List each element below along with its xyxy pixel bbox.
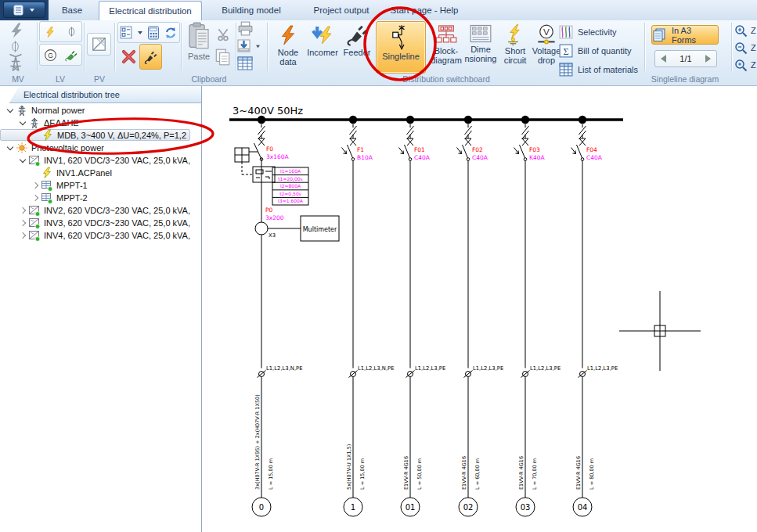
tree-item-label: INV3, 620 VDC/3~230 VAC, 25,0 kVA, (44, 218, 190, 228)
refresh-icon[interactable] (164, 26, 178, 40)
voltage-drop-button[interactable]: V Voltage drop (531, 21, 562, 74)
sun-icon (16, 142, 28, 154)
tree-item-deddie[interactable]: ΔΕΔΔΗΕ (0, 117, 79, 129)
mv-node-button[interactable] (9, 41, 21, 52)
tree-item-inv1[interactable]: INV1, 620 VDC/3~230 VAC, 25,0 kVA, (0, 154, 190, 167)
insulator-icon (9, 41, 21, 52)
expand-icon[interactable] (30, 180, 41, 191)
selectivity-icon (559, 25, 573, 39)
selectivity-button[interactable]: Selectivity (559, 23, 617, 41)
lv-top-buttons[interactable] (39, 21, 82, 42)
tree-item-mdb[interactable]: MDB, 3~400 V, ΔU=0,24%, P=1,2 (0, 129, 190, 141)
pv-panel-button[interactable] (87, 33, 111, 56)
chevron-down-icon[interactable] (137, 31, 143, 35)
tree-item-mppt-2[interactable]: MPPT-2 (0, 192, 88, 204)
previous-page-icon[interactable] (661, 55, 666, 63)
in-a3-forms-button[interactable]: In A3 Forms (651, 25, 719, 45)
trip-setting: I2=800A (280, 183, 301, 189)
feeder-f1[interactable]: F1 B10A L1,L2,L3,N,PE 5x(H07V-U 1X1,5) L… (342, 116, 395, 516)
block-diagram-button[interactable]: Block- diagram (429, 21, 463, 74)
expand-icon[interactable] (17, 205, 28, 216)
short-circuit-icon (505, 23, 525, 45)
application-menu-button[interactable] (3, 2, 45, 18)
group-separator (84, 23, 85, 71)
lv-bottom-buttons[interactable]: G (39, 44, 82, 66)
node-data-button[interactable]: Node data (271, 21, 305, 74)
zoom-in-button[interactable]: Z (734, 57, 757, 73)
group-separator (37, 23, 38, 71)
singleline-diagram-canvas[interactable]: 3~400V 50Hz I1=160A t1=20,00s I2=800A (203, 86, 757, 532)
tree-item-normal-power[interactable]: Normal power (0, 104, 85, 117)
feeder-f03[interactable]: F03 K40A L1,L2,L3,PE E1VV-R 4G16 L = 70,… (514, 116, 561, 516)
tab-start-page-help[interactable]: Start page - Help (385, 1, 463, 20)
button-label: Node (278, 48, 298, 57)
zoom-window-button[interactable]: Z (734, 23, 757, 38)
a3-forms-icon (652, 28, 668, 41)
collapse-icon[interactable] (5, 142, 16, 153)
incomer-button[interactable]: Incomer (305, 21, 340, 74)
collapse-icon[interactable] (17, 117, 28, 128)
bill-of-quantity-button[interactable]: Σ Bill of quantity (559, 42, 631, 59)
feeder-name: F04 (586, 146, 597, 153)
edit-tools-box (117, 22, 180, 43)
cable-label: 3x(H07V-R 1X95) + 2x(H07V-R 1X50) (254, 394, 261, 490)
button-label: drop (538, 56, 555, 65)
expand-icon[interactable] (30, 192, 41, 203)
zoom-label: Z (751, 43, 757, 52)
table-view-button[interactable] (237, 56, 253, 70)
node-number: 1 (351, 503, 355, 512)
tree-item-inv2[interactable]: INV2, 620 VDC/3~230 VAC, 25,0 kVA, (0, 204, 190, 217)
collapse-icon[interactable] (17, 155, 28, 166)
mv-grid-button[interactable] (5, 53, 26, 72)
tab-building-model[interactable]: Building model (205, 1, 297, 20)
delete-button[interactable] (119, 46, 138, 66)
tab-base[interactable]: Base (47, 1, 97, 20)
next-page-icon[interactable] (705, 55, 711, 63)
tree-item-label: INV1.ACPanel (56, 168, 112, 178)
cable-label: E1VV-R 4G16 (575, 456, 582, 490)
button-label: nsioning (465, 54, 497, 63)
multimeter-label: Multimeter (303, 226, 337, 233)
tree-item-inv3[interactable]: INV3, 620 VDC/3~230 VAC, 25,0 kVA, (0, 217, 190, 229)
paste-button[interactable]: Paste (185, 22, 213, 72)
feeder-f02[interactable]: F02 C40A L1,L2,L3,PE E1VV-R 4G16 L = 60,… (457, 116, 504, 516)
copy-button[interactable] (213, 47, 233, 67)
node-settings-icon[interactable] (120, 26, 133, 39)
feeder-button[interactable]: Feeder (340, 21, 374, 74)
tree-item-photovoltaic-power[interactable]: Photovoltaic power (0, 142, 104, 154)
short-circuit-button[interactable]: Short circuit (498, 21, 532, 74)
button-label: Bill of quantity (578, 46, 631, 56)
tree-item-mppt-1[interactable]: MPPT-1 (0, 179, 88, 192)
singleline-button[interactable]: Singleline (376, 21, 426, 74)
tree-panel-title: Electrical distribution tree (23, 90, 120, 99)
feeder-f0[interactable]: I1=160A t1=20,00s I2=800A t2=0,50s I3=1,… (235, 116, 339, 516)
cut-button[interactable] (214, 27, 232, 42)
connect-check-button[interactable] (139, 44, 162, 70)
tab-electrical-distribution[interactable]: Electrical distribution (99, 1, 202, 20)
mv-switchboard-button[interactable] (8, 22, 27, 39)
scissors-icon (216, 27, 230, 41)
tree-panel-header[interactable]: Electrical distribution tree (0, 86, 201, 103)
paste-label: Paste (188, 52, 210, 61)
tab-project-output[interactable]: Project output (299, 1, 384, 20)
expand-icon[interactable] (17, 230, 28, 241)
cable-length-label: L = 70,00 m (532, 458, 538, 490)
dimensioning-button[interactable]: Dime nsioning (463, 21, 498, 74)
feeder-f04[interactable]: F04 C40A L1,L2,L3,PE E1VV-R 4G16 L = 80,… (571, 116, 618, 516)
feeder-f01[interactable]: F01 C40A L1,L2,L3,PE E1VV-R 4G16 L = 50,… (399, 116, 446, 516)
tree-item-inv4[interactable]: INV4, 620 VDC/3~230 VAC, 25,0 kVA, (0, 229, 190, 242)
calculator-icon[interactable] (147, 26, 160, 40)
list-of-materials-button[interactable]: List of materials (559, 61, 638, 78)
page-navigator[interactable]: 1/1 (654, 50, 717, 67)
print-button[interactable] (237, 21, 254, 36)
group-separator (114, 23, 115, 71)
expand-icon[interactable] (17, 217, 28, 228)
electrical-distribution-tree-panel: Electrical distribution tree Normal powe… (0, 86, 202, 532)
tree-item-inv1-acpanel[interactable]: INV1.ACPanel (0, 167, 112, 179)
group-label-clipboard: Clipboard (183, 74, 235, 84)
collapse-icon[interactable] (5, 105, 16, 116)
feeder-name: F1 (357, 146, 364, 153)
printer-icon (237, 21, 254, 36)
zoom-out-button[interactable]: Z (734, 40, 757, 56)
export-button[interactable] (236, 38, 261, 54)
